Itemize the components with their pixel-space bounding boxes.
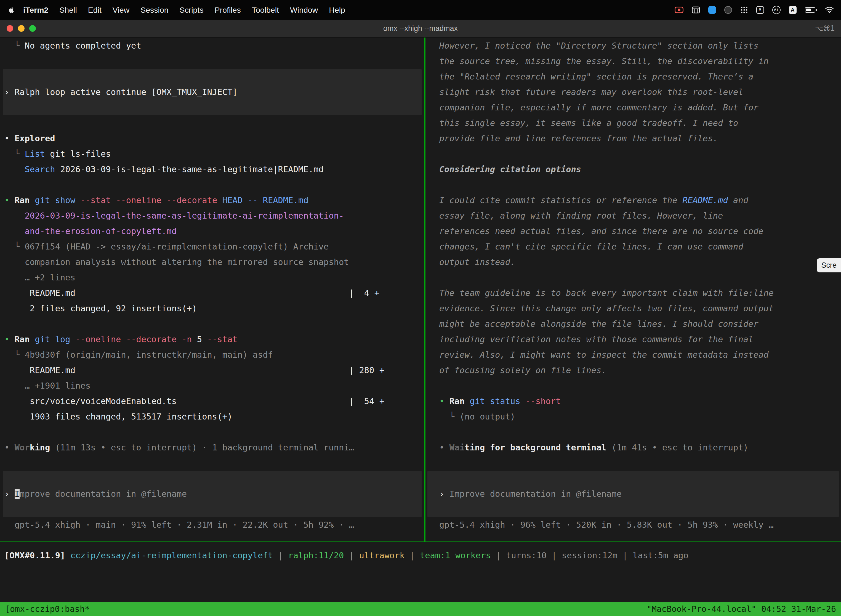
terminal-line: 2 files changed, 92 insertions(+) [4, 301, 424, 316]
apple-menu-icon[interactable] [8, 6, 15, 14]
wifi-icon[interactable] [825, 6, 834, 13]
prompt-input[interactable]: › Improve documentation in @filename [428, 471, 839, 517]
key-8-icon[interactable]: 8 [756, 6, 764, 14]
screen-tooltip-button[interactable]: Scre [817, 258, 841, 273]
dark-app-icon[interactable] [724, 6, 732, 14]
menu-item-help[interactable]: Help [323, 6, 351, 15]
menu-item-edit[interactable]: Edit [82, 6, 107, 15]
menu-items: ShellEditViewSessionScriptsProfilesToolb… [54, 6, 351, 15]
terminal-line: might be acceptable alongside the file l… [439, 316, 841, 332]
terminal-line: • Ran git status --short [439, 393, 841, 409]
terminal-line: • Ran git log --oneline --decorate -n 5 … [4, 332, 424, 347]
traffic-lights [0, 25, 36, 32]
terminal-line: … +1901 lines [4, 378, 424, 393]
terminal-line: of focusing solely on file lines. [439, 363, 841, 378]
terminal-line: └ (no output) [439, 409, 841, 424]
minimize-button[interactable] [18, 25, 25, 32]
terminal-line: output instead. [439, 254, 841, 270]
thinking-heading: Considering citation options [439, 162, 841, 177]
terminal-line: the source tree, missing the essay. Stil… [439, 54, 841, 69]
terminal-line: 2026-03-09-is-legal-the-same-as-legitima… [4, 208, 424, 224]
battery-icon[interactable] [805, 7, 817, 13]
menu-item-scripts[interactable]: Scripts [174, 6, 209, 15]
terminal-line: slight risk that future readers may over… [439, 84, 841, 100]
terminal-line: including verification notes with those … [439, 332, 841, 347]
menu-item-toolbelt[interactable]: Toolbelt [246, 6, 284, 15]
blank-line [4, 424, 424, 440]
menu-status-icons: 8 61 A [675, 6, 834, 14]
terminal-line: src/voice/voiceModeEnabled.ts | 54 + [4, 393, 424, 409]
terminal-line: companion analysis without altering the … [4, 254, 424, 270]
menu-left: iTerm2 ShellEditViewSessionScriptsProfil… [7, 6, 351, 15]
pane-status-line: gpt-5.4 xhigh · main · 91% left · 2.31M … [4, 517, 424, 532]
agents-status-line: └ No agents completed yet [4, 38, 424, 54]
terminal-line: companion file, especially if more comme… [439, 100, 841, 115]
left-pane: └ No agents completed yet› Ralph loop ac… [0, 38, 424, 541]
blank-line [439, 424, 841, 440]
terminal-line: • Explored [4, 131, 424, 146]
terminal-line: 1903 files changed, 513517 insertions(+) [4, 409, 424, 424]
terminal-line: … +2 lines [4, 270, 424, 285]
blank-line [439, 455, 841, 471]
grid-icon[interactable] [692, 6, 700, 13]
terminal-line: └ List git ls-files [4, 146, 424, 162]
blank-line [4, 54, 424, 69]
blank-line [439, 270, 841, 285]
window-title-bar: omx --xhigh --madmax ⌥⌘1 [0, 20, 841, 38]
working-status-line: • Working (11m 13s • esc to interrupt) ·… [4, 440, 424, 455]
blank-line [439, 177, 841, 193]
app-grid-icon[interactable] [740, 6, 748, 14]
terminal-line: essay file, along with finding root file… [439, 208, 841, 224]
blank-line [439, 146, 841, 162]
menu-item-shell[interactable]: Shell [54, 6, 82, 15]
macos-menu-bar: iTerm2 ShellEditViewSessionScriptsProfil… [0, 0, 841, 20]
omx-status-bar: [OMX#0.11.9] cczip/essay/ai-reimplementa… [0, 542, 841, 564]
blank-line [4, 316, 424, 332]
pane-status-line: gpt-5.4 xhigh · 96% left · 520K in · 5.8… [439, 517, 841, 532]
blue-app-icon[interactable] [708, 6, 716, 14]
blank-line [4, 455, 424, 471]
window-title: omx --xhigh --madmax [0, 24, 841, 33]
terminal-line: └ 4b9d30f (origin/main, instructkr/main,… [4, 347, 424, 363]
terminal-line: The team guideline is to back every impo… [439, 285, 841, 301]
terminal-line: • Ran git show --stat --oneline --decora… [4, 193, 424, 208]
terminal-line: the "Related research writing" section i… [439, 69, 841, 84]
menu-item-view[interactable]: View [107, 6, 135, 15]
gauge-61-icon[interactable]: 61 [772, 6, 781, 14]
terminal-line: review. Also, I might want to inspect th… [439, 347, 841, 363]
tmux-host-clock-label: "MacBook-Pro-44.local" 04:52 31-Mar-26 [647, 604, 836, 614]
terminal-line: provide file and line references from th… [439, 131, 841, 146]
right-pane: However, I noticed the "Directory Struct… [425, 38, 841, 541]
tmux-session-label: [omx-cczip0:bash* [5, 604, 90, 614]
close-button[interactable] [7, 25, 13, 32]
terminal-line: references need actual files, and since … [439, 224, 841, 239]
thinking-line: However, I noticed the "Directory Struct… [439, 38, 841, 54]
terminal-line: README.md | 280 + [4, 363, 424, 378]
terminal-window: └ No agents completed yet› Ralph loop ac… [0, 38, 841, 541]
menu-item-iterm2[interactable]: iTerm2 [18, 6, 54, 15]
prompt-input[interactable]: › Improve documentation in @filename [3, 471, 422, 517]
terminal-line: and-the-erosion-of-copyleft.md [4, 224, 424, 239]
menu-item-session[interactable]: Session [135, 6, 174, 15]
terminal-line: Search 2026-03-09-is-legal-the-same-as-l… [4, 162, 424, 177]
screen-recording-icon[interactable] [675, 7, 683, 13]
terminal-line: this single essay, it seems like a good … [439, 115, 841, 131]
ralph-inject-banner: › Ralph loop active continue [OMX_TMUX_I… [3, 69, 422, 115]
terminal-line: I could cite commit statistics or refere… [439, 193, 841, 208]
zoom-button[interactable] [29, 25, 36, 32]
waiting-status-line: • Waiting for background terminal (1m 41… [439, 440, 841, 455]
input-source-icon[interactable]: A [789, 6, 797, 14]
terminal-line: evidence. Since this change only affects… [439, 301, 841, 316]
terminal-line: README.md | 4 + [4, 285, 424, 301]
blank-line [439, 378, 841, 393]
tab-shortcut-badge: ⌥⌘1 [815, 24, 835, 32]
menu-item-profiles[interactable]: Profiles [209, 6, 246, 15]
terminal-line: changes, I can't cite specific file line… [439, 239, 841, 254]
blank-line [4, 177, 424, 193]
menu-item-window[interactable]: Window [284, 6, 323, 15]
tmux-status-bar: [omx-cczip0:bash* "MacBook-Pro-44.local"… [0, 602, 841, 616]
blank-line [4, 115, 424, 131]
terminal-line: └ 067f154 (HEAD -> essay/ai-reimplementa… [4, 239, 424, 254]
